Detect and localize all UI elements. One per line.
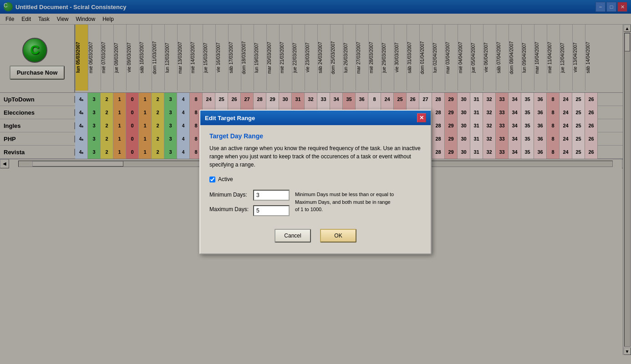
field-labels: Minimum Days: Maximum Days:	[209, 190, 249, 212]
modal-title-text: Edit Target Range	[205, 115, 255, 121]
max-days-label: Maximum Days:	[209, 204, 249, 212]
modal-overlay: Edit Target Range ✕ Target Day Range Use…	[0, 0, 631, 364]
edit-target-range-dialog: Edit Target Range ✕ Target Day Range Use…	[199, 110, 432, 254]
modal-section-title: Target Day Range	[209, 132, 422, 140]
modal-description: Use an active range when you know the re…	[209, 144, 422, 169]
ok-button[interactable]: OK	[320, 229, 356, 243]
min-days-label: Minimum Days:	[209, 190, 249, 198]
field-inputs	[253, 190, 290, 216]
cancel-button[interactable]: Cancel	[275, 229, 311, 243]
active-checkbox[interactable]	[209, 177, 215, 182]
modal-fields: Minimum Days: Maximum Days: Minimum Days…	[209, 190, 422, 216]
modal-buttons: Cancel OK	[209, 225, 422, 246]
modal-title-bar: Edit Target Range ✕	[200, 111, 431, 125]
min-days-input[interactable]	[253, 190, 290, 201]
modal-body: Target Day Range Use an active range whe…	[200, 125, 431, 253]
modal-active-row: Active	[209, 176, 422, 182]
max-days-input[interactable]	[253, 205, 290, 216]
modal-close-button[interactable]: ✕	[417, 113, 426, 122]
field-hint: Minimum Days must be less than or equal …	[295, 190, 395, 213]
active-label[interactable]: Active	[218, 176, 233, 182]
